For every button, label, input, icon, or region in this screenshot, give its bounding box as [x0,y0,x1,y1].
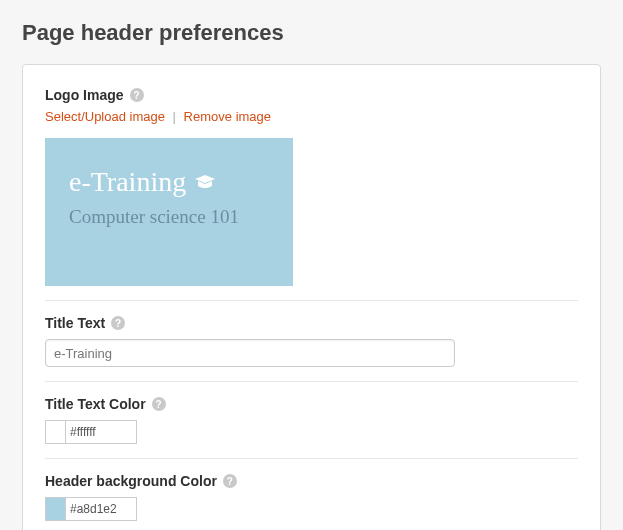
title-color-label: Title Text Color [45,396,146,412]
bg-color-label-row: Header background Color ? [45,473,578,489]
help-icon[interactable]: ? [130,88,144,102]
logo-preview-title: e-Training [69,166,186,198]
logo-preview: e-Training Computer science 101 [45,138,293,286]
help-icon[interactable]: ? [111,316,125,330]
preferences-panel: Logo Image ? Select/Upload image | Remov… [22,64,601,530]
help-icon[interactable]: ? [223,474,237,488]
title-text-section: Title Text ? [45,300,578,381]
logo-label: Logo Image [45,87,124,103]
logo-label-row: Logo Image ? [45,87,578,103]
bg-color-swatch[interactable] [46,498,66,520]
separator: | [173,109,176,124]
bg-color-section: Header background Color ? [45,458,578,530]
bg-color-picker[interactable] [45,497,137,521]
bg-color-label: Header background Color [45,473,217,489]
logo-section: Logo Image ? Select/Upload image | Remov… [45,87,578,300]
title-text-label-row: Title Text ? [45,315,578,331]
title-color-picker[interactable] [45,420,137,444]
title-color-label-row: Title Text Color ? [45,396,578,412]
title-color-input[interactable] [66,421,134,443]
title-color-swatch[interactable] [46,421,66,443]
page-title: Page header preferences [22,20,623,46]
graduation-cap-icon [194,174,216,190]
logo-actions: Select/Upload image | Remove image [45,109,578,124]
logo-preview-subtitle: Computer science 101 [69,206,293,228]
help-icon[interactable]: ? [152,397,166,411]
logo-preview-title-row: e-Training [69,166,293,198]
title-color-section: Title Text Color ? [45,381,578,458]
title-text-label: Title Text [45,315,105,331]
select-upload-link[interactable]: Select/Upload image [45,109,165,124]
title-text-input[interactable] [45,339,455,367]
bg-color-input[interactable] [66,498,134,520]
remove-image-link[interactable]: Remove image [184,109,271,124]
